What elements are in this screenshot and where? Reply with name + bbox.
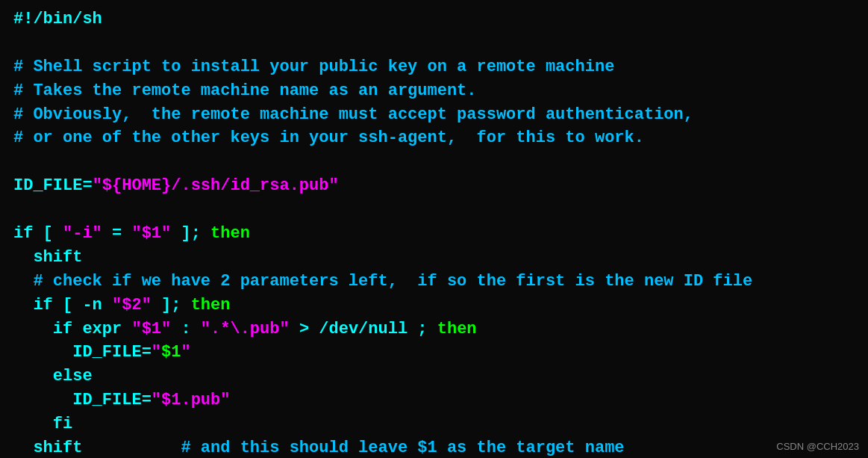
line-idfile2: ID_FILE="$1": [13, 341, 855, 365]
line-shift1: shift: [13, 246, 855, 270]
line-comment5: # check if we have 2 parameters left, if…: [13, 270, 855, 294]
watermark: CSDN @CCH2023: [776, 441, 859, 452]
line-comment3: # Obviously, the remote machine must acc…: [13, 103, 855, 127]
line-else1: else: [13, 365, 855, 389]
line-if1: if [ "-i" = "$1" ]; then: [13, 222, 855, 246]
line-shebang: #!/bin/sh: [13, 7, 855, 31]
line-idfile-assign: ID_FILE="${HOME}/.ssh/id_rsa.pub": [13, 174, 855, 198]
line-comment4: # or one of the other keys in your ssh-a…: [13, 126, 855, 150]
line-shift2: shift # and this should leave $1 as the …: [13, 436, 855, 458]
line-if2: if [ -n "$2" ]; then: [13, 294, 855, 318]
line-blank3: [13, 198, 855, 222]
line-fi1: fi: [13, 412, 855, 436]
line-if3: if expr "$1" : ".*\.pub" > /dev/null ; t…: [13, 318, 855, 341]
code-block: #!/bin/sh # Shell script to install your…: [0, 0, 868, 458]
line-blank1: [13, 31, 855, 55]
line-comment2: # Takes the remote machine name as an ar…: [13, 79, 855, 103]
line-idfile3: ID_FILE="$1.pub": [13, 389, 855, 412]
line-comment1: # Shell script to install your public ke…: [13, 55, 855, 79]
line-blank2: [13, 150, 855, 174]
